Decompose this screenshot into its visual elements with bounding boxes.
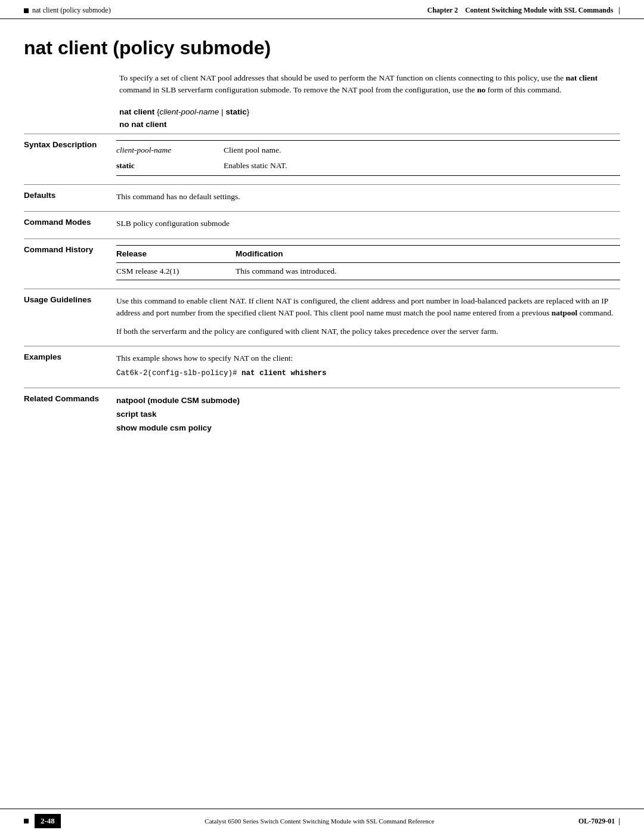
cmd-static: static (225, 107, 246, 116)
intro-paragraph: To specify a set of client NAT pool addr… (119, 72, 620, 97)
related-commands-label: Related Commands (24, 394, 116, 435)
history-col-modification: Modification (236, 245, 620, 262)
syntax-description-section: Syntax Description client-pool-name Clie… (24, 134, 620, 185)
command-modes-section: Command Modes SLB policy configuration s… (24, 211, 620, 238)
header-left: nat client (policy submode) (24, 6, 111, 15)
intro-bold2: no (477, 85, 485, 94)
related-commands-section: Related Commands natpool (module CSM sub… (24, 388, 620, 444)
command-history-content: Release Modification CSM release 4.2(1) … (116, 245, 620, 281)
history-table: Release Modification CSM release 4.2(1) … (116, 245, 620, 281)
footer-center: Catalyst 6500 Series Switch Content Swit… (61, 817, 578, 825)
usage-guidelines-content: Use this command to enable client NAT. I… (116, 295, 620, 337)
history-header-row: Release Modification (116, 245, 620, 262)
static-term: static (116, 161, 135, 170)
code-prefix: Cat6k-2(config-slb-policy)# (116, 369, 242, 377)
footer-right: OL-7029-01 | (578, 817, 620, 826)
related-commands-content: natpool (module CSM submode) script task… (116, 394, 620, 435)
footer-center-text: Catalyst 6500 Series Switch Content Swit… (205, 817, 434, 825)
cmd-pool-name: client-pool-name (160, 107, 219, 116)
header-title: Content Switching Module with SSL Comman… (465, 6, 613, 14)
intro-text2: command in SLB serverfarm configuration … (119, 85, 477, 94)
page-title: nat client (policy submode) (24, 37, 620, 59)
syntax-table: client-pool-name Client pool name. stati… (116, 140, 620, 176)
cmd-nat-client: nat client (119, 107, 154, 116)
footer-doc-num: OL-7029-01 (578, 817, 615, 825)
command-history-section: Command History Release Modification CSM… (24, 239, 620, 289)
syntax-row-2: static Enables static NAT. (116, 158, 620, 176)
examples-section: Examples This example shows how to speci… (24, 346, 620, 388)
main-content: nat client (policy submode) To specify a… (0, 19, 644, 479)
intro-text3: form of this command. (485, 85, 561, 94)
usage-guidelines-section: Usage Guidelines Use this command to ena… (24, 289, 620, 346)
examples-text: This example shows how to specify NAT on… (116, 352, 620, 364)
page-number: 2-48 (35, 814, 61, 828)
related-cmd-2: script task (116, 408, 620, 422)
usage-guidelines-label: Usage Guidelines (24, 295, 116, 337)
syntax-description-content: client-pool-name Client pool name. stati… (116, 140, 620, 176)
page-header: nat client (policy submode) Chapter 2 Co… (0, 0, 644, 19)
cmd-line-2: no nat client (119, 120, 620, 129)
history-col-release: Release (116, 245, 236, 262)
code-command: nat client whishers (242, 369, 327, 377)
syntax-row-1: client-pool-name Client pool name. (116, 140, 620, 158)
cmd-line-1: nat client {client-pool-name | static} (119, 107, 620, 116)
syntax-description-label: Syntax Description (24, 140, 116, 176)
page-footer: 2-48 Catalyst 6500 Series Switch Content… (0, 809, 644, 833)
command-syntax-block: nat client {client-pool-name | static} n… (119, 107, 620, 129)
cmd-no-nat-client: no nat client (119, 120, 167, 129)
header-square-icon (24, 8, 29, 13)
history-tbody: CSM release 4.2(1) This command was intr… (116, 262, 620, 280)
footer-left: 2-48 (24, 814, 61, 828)
syntax-col1-row2: static (116, 158, 224, 176)
usage-para-2: If both the serverfarm and the policy ar… (116, 326, 620, 337)
command-modes-content: SLB policy configuration submode (116, 218, 620, 230)
defaults-section: Defaults This command has no default set… (24, 184, 620, 211)
command-history-label: Command History (24, 245, 116, 281)
defaults-content: This command has no default settings. (116, 191, 620, 203)
client-pool-name-term: client-pool-name (116, 145, 171, 154)
defaults-label: Defaults (24, 191, 116, 203)
defaults-text: This command has no default settings. (116, 192, 240, 201)
examples-content: This example shows how to specify NAT on… (116, 352, 620, 379)
cmd-pipe: | (219, 107, 225, 116)
intro-bold1: nat client (566, 73, 598, 82)
examples-code: Cat6k-2(config-slb-policy)# nat client w… (116, 368, 620, 379)
history-release-1: CSM release 4.2(1) (116, 262, 236, 280)
header-chapter: Chapter 2 (428, 6, 458, 14)
usage-para-1: Use this command to enable client NAT. I… (116, 295, 620, 320)
history-row-1: CSM release 4.2(1) This command was intr… (116, 262, 620, 280)
header-right: Chapter 2 Content Switching Module with … (428, 6, 621, 15)
syntax-col2-row1: Client pool name. (224, 140, 620, 158)
command-modes-label: Command Modes (24, 218, 116, 230)
header-breadcrumb: nat client (policy submode) (32, 6, 111, 15)
syntax-col2-row2: Enables static NAT. (224, 158, 620, 176)
natpool-bold: natpool (552, 308, 578, 317)
intro-text1: To specify a set of client NAT pool addr… (119, 73, 566, 82)
related-cmd-1: natpool (module CSM submode) (116, 394, 620, 408)
related-cmd-3: show module csm policy (116, 422, 620, 435)
footer-square-icon (24, 819, 29, 823)
history-modification-1: This command was introduced. (236, 262, 620, 280)
cmd-brace-close: } (247, 107, 250, 116)
syntax-col1-row1: client-pool-name (116, 140, 224, 158)
examples-label: Examples (24, 352, 116, 379)
command-modes-text: SLB policy configuration submode (116, 219, 230, 228)
history-thead: Release Modification (116, 245, 620, 262)
